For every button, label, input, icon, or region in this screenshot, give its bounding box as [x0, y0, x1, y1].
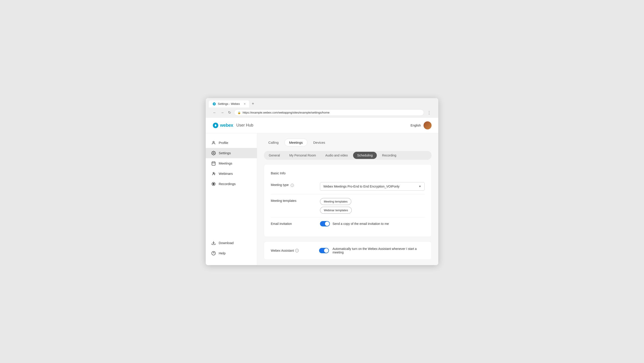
svg-point-8	[213, 172, 214, 173]
toggle-thumb	[325, 222, 330, 226]
meeting-type-control: Webex Meetings Pro-End to End Encryption…	[320, 182, 425, 191]
sidebar-item-download[interactable]: Download	[206, 238, 257, 248]
meeting-type-row: Meeting type i Webex Meetings Pro-End to…	[271, 179, 425, 194]
sidebar-meetings-label: Meetings	[219, 161, 232, 165]
template-buttons-group: Meeting templates Webinar templates	[320, 198, 425, 214]
main-layout: Profile Settings	[206, 133, 438, 265]
webex-logo: webex	[212, 122, 233, 128]
lock-icon: 🔒	[238, 111, 241, 114]
browser-chrome: Settings - Webex × + ← → ↻ 🔒 https://exa…	[206, 98, 438, 118]
webex-logo-icon	[212, 122, 219, 128]
meeting-templates-row: Meeting templates Meeting templates Webi…	[271, 194, 425, 218]
sidebar-settings-label: Settings	[219, 151, 231, 155]
svg-rect-4	[212, 162, 215, 165]
active-tab[interactable]: Settings - Webex ×	[209, 100, 249, 107]
basic-info-title: Basic Info	[271, 171, 425, 175]
sidebar: Profile Settings	[206, 133, 257, 265]
assistant-description: Automatically turn on the Webex Assistan…	[332, 247, 425, 254]
url-text: https://example.webex.com/webappng/sites…	[242, 111, 330, 114]
reload-button[interactable]: ↻	[227, 109, 232, 116]
assistant-row: Webex Assistant i Automatically turn on …	[271, 247, 425, 254]
sidebar-webinars-label: Webinars	[219, 172, 233, 175]
language-button[interactable]: English	[410, 124, 421, 127]
browser-menu-button[interactable]: ⋮	[426, 109, 432, 116]
tab-bar: Settings - Webex × +	[209, 100, 435, 107]
record-icon	[211, 181, 216, 186]
meeting-type-value: Webex Meetings Pro-End to End Encryption…	[323, 185, 400, 188]
svg-point-3	[213, 152, 214, 154]
url-bar[interactable]: 🔒 https://example.webex.com/webappng/sit…	[234, 109, 424, 116]
forward-button[interactable]: →	[220, 110, 225, 116]
webinar-icon	[211, 171, 216, 176]
brand-name: webex	[220, 123, 233, 128]
person-icon	[211, 140, 216, 145]
browser-window: Settings - Webex × + ← → ↻ 🔒 https://exa…	[206, 98, 438, 265]
sidebar-item-settings[interactable]: Settings	[206, 148, 257, 158]
email-invitation-row: Email invitation Send a copy of the emai…	[271, 218, 425, 230]
webinar-templates-button[interactable]: Webinar templates	[320, 207, 352, 214]
sidebar-download-label: Download	[219, 241, 234, 245]
sub-tab-scheduling[interactable]: Scheduling	[353, 152, 376, 159]
svg-point-10	[213, 183, 214, 185]
basic-info-section: Basic Info Meeting type i Webex Meetings…	[264, 164, 432, 237]
calendar-icon	[211, 161, 216, 166]
email-toggle-row: Send a copy of the email invitation to m…	[320, 221, 425, 226]
sub-tab-personal-room[interactable]: My Personal Room	[285, 152, 320, 159]
sidebar-bottom: Download Help	[206, 238, 257, 261]
sidebar-item-meetings[interactable]: Meetings	[206, 158, 257, 169]
sub-tabs: General My Personal Room Audio and video…	[264, 151, 432, 160]
email-invitation-label: Email invitation	[271, 221, 320, 226]
webex-assistant-section: Webex Assistant i Automatically turn on …	[264, 241, 432, 260]
assistant-toggle-thumb	[324, 248, 328, 253]
meeting-templates-control: Meeting templates Webinar templates	[320, 198, 425, 214]
sidebar-item-webinars[interactable]: Webinars	[206, 169, 257, 179]
sidebar-top: Profile Settings	[206, 138, 257, 238]
assistant-toggle[interactable]	[319, 248, 329, 253]
email-invitation-text: Send a copy of the email invitation to m…	[332, 222, 389, 226]
header-right: English	[410, 121, 432, 129]
logo-area: webex User Hub	[212, 122, 253, 128]
sub-tab-general[interactable]: General	[265, 152, 284, 159]
app-header: webex User Hub English	[206, 118, 438, 133]
svg-point-2	[213, 141, 214, 143]
avatar[interactable]	[424, 121, 432, 129]
tab-calling[interactable]: Calling	[264, 139, 283, 146]
assistant-info-icon[interactable]: i	[295, 249, 299, 252]
app-name: User Hub	[236, 123, 253, 128]
sidebar-help-label: Help	[219, 251, 226, 255]
address-bar: ← → ↻ 🔒 https://example.webex.com/webapp…	[209, 107, 435, 118]
sidebar-item-profile[interactable]: Profile	[206, 138, 257, 148]
tab-devices[interactable]: Devices	[309, 139, 330, 146]
app-content: webex User Hub English	[206, 118, 438, 265]
back-button[interactable]: ←	[212, 110, 217, 116]
meeting-type-dropdown[interactable]: Webex Meetings Pro-End to End Encryption…	[320, 182, 425, 191]
sidebar-recordings-label: Recordings	[219, 182, 236, 186]
download-icon	[211, 241, 216, 245]
help-icon	[211, 251, 216, 256]
new-tab-button[interactable]: +	[250, 101, 256, 107]
sidebar-item-help[interactable]: Help	[206, 248, 257, 258]
top-tabs: Calling Meetings Devices	[264, 139, 432, 146]
content-area: Calling Meetings Devices General My Pers…	[257, 133, 438, 265]
email-invitation-control: Send a copy of the email invitation to m…	[320, 221, 425, 226]
assistant-label: Webex Assistant i	[271, 249, 316, 252]
meeting-templates-button[interactable]: Meeting templates	[320, 198, 351, 205]
meeting-type-info-icon[interactable]: i	[291, 184, 294, 187]
sub-tab-recording[interactable]: Recording	[378, 152, 400, 159]
dropdown-arrow-icon: ▼	[418, 185, 421, 188]
gear-icon	[211, 151, 216, 156]
webex-favicon-icon	[212, 102, 216, 106]
tab-meetings[interactable]: Meetings	[284, 139, 308, 146]
sidebar-profile-label: Profile	[219, 141, 228, 145]
meeting-type-label: Meeting type i	[271, 182, 320, 187]
sub-tab-audio-video[interactable]: Audio and video	[321, 152, 352, 159]
tab-close-button[interactable]: ×	[244, 102, 246, 105]
meeting-templates-label: Meeting templates	[271, 198, 320, 203]
sidebar-item-recordings[interactable]: Recordings	[206, 179, 257, 189]
email-invitation-toggle[interactable]	[320, 221, 330, 226]
tab-title: Settings - Webex	[218, 102, 240, 105]
